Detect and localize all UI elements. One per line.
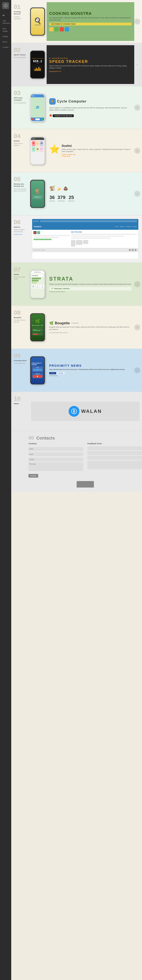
name-field[interactable] <box>29 447 83 451</box>
strata-brand-sub: Personal Growth Brand <box>49 291 132 293</box>
strata-description: Strata is a personal growth brand design… <box>49 283 132 286</box>
phone-screen-7: STRATA MY GOALS 14 DAYS <box>31 271 44 298</box>
sidebar-item-contact[interactable]: Contact <box>1 45 10 49</box>
project-subtitle-9: Tuber Application <box>14 362 27 364</box>
strata-goals <box>32 278 44 283</box>
apple-icon-web: 🍎 <box>34 231 37 234</box>
strata-tagline-row: 🌱 PERSONAL GROWTH <box>49 287 132 291</box>
project-row-5: 05 Monkey See, Monkey Poo The most amazi… <box>11 172 142 215</box>
project-title-9: Proximity News <box>14 360 27 362</box>
contacts-header: 00 Contacts <box>29 435 142 441</box>
nav-4[interactable]: Contact <box>132 226 137 227</box>
project-row-1: 01 Cooking Monstra Cooking Application 🍳… <box>11 0 142 43</box>
speed-value: 058.2 <box>33 59 42 63</box>
subject-field[interactable] <box>29 458 83 461</box>
feedback-field-3 <box>87 456 142 460</box>
arrow-button-8[interactable]: › <box>134 324 140 330</box>
arrow-button-9[interactable]: › <box>134 368 140 373</box>
arrow-button-5[interactable]: › <box>134 191 140 197</box>
bougette-heading: Bougette <box>55 321 70 325</box>
main-bar-2 <box>71 235 124 237</box>
app-icon-4 <box>65 27 69 32</box>
sidebar-item-about[interactable]: About <box>1 40 10 44</box>
project-info-8: 08 Bougette Personal Finance Planner <box>11 306 29 348</box>
duelmi-description: Battle, practice, game, reward, discover… <box>62 148 132 153</box>
monkey-stat-ratings: 379 RATINGS <box>57 195 65 202</box>
bougette-panel: 🌿 Bougette 1.2★★★★ Bougette helps you ke… <box>47 308 134 347</box>
sidebar-item-ui[interactable]: User Interfaces <box>1 19 10 25</box>
bougette-bar-1: INCOME <box>32 328 43 332</box>
stat-ratings-label: RATINGS <box>57 200 65 202</box>
poo-icon: 💩 <box>63 186 68 191</box>
arrow-button-4[interactable]: › <box>134 148 140 154</box>
device-thumbnails <box>71 240 137 247</box>
phone-mockup-2: SPEEDTRACKER 058.2 km/h <box>30 51 45 79</box>
duelmi-paypal: PayPal & Apple Jack <box>62 154 132 155</box>
sidebar-item-web[interactable]: Web design <box>1 27 10 33</box>
dot-3 <box>37 221 39 222</box>
bougette-plant-icon: 🌿 <box>35 319 40 324</box>
website-header-6 <box>32 219 138 223</box>
local-tag: LOCAL <box>49 372 56 374</box>
sidebar-item-identity[interactable]: Identity <box>1 35 10 38</box>
project-title-3: GPS Cycle Computer <box>14 97 27 102</box>
strata-panel: STRATA Strata is a personal growth brand… <box>47 265 134 304</box>
footer-icons <box>46 249 137 251</box>
project-subtitle-1: Cooking Application <box>14 16 27 20</box>
website-body-6: 🍎 🤖 WE PROVIDE <box>32 230 138 248</box>
monkey-stat-levels: 36 LEVELS <box>49 195 55 202</box>
ipad-thumb <box>76 240 82 245</box>
project-number-10: 10 <box>14 396 27 402</box>
submit-button[interactable]: Submit <box>29 474 38 477</box>
cycle-panel: 🚴 Cycle Computer Cycle Computer is a ful… <box>47 88 134 127</box>
dot-1 <box>34 221 34 222</box>
footer-icon-2 <box>132 249 134 251</box>
sidebar-bar-1 <box>34 235 70 236</box>
project-row-9: 09 Proximity News Tuber Application PROX… <box>11 349 142 392</box>
phone-mockup-7: STRATA MY GOALS 14 DAYS <box>30 270 45 298</box>
email-field[interactable] <box>29 452 83 456</box>
bougette-leaf-icon: 🌿 <box>49 321 53 325</box>
speed-panel: ● speedtracker SPEED TRACKER Speed Track… <box>47 45 134 84</box>
phone-screen-5: 🐒 LEVEL 12 <box>31 180 44 207</box>
project-number-5: 05 <box>14 176 27 182</box>
appstore-button[interactable]: Available on the App Store <box>53 115 74 117</box>
app-icons <box>49 27 132 32</box>
project-info-3: 03 GPS Cycle Computer iPhone Application <box>11 86 29 129</box>
bougette-tagline: by Héliotrope® type system <box>49 332 132 333</box>
project-row-3: 03 GPS Cycle Computer iPhone Application… <box>11 86 142 129</box>
main-bar-3 <box>71 237 111 239</box>
apple-icon: 🍎 <box>49 114 52 116</box>
speed-description: Speed Tracker uses your iPhone's built-i… <box>49 65 132 69</box>
proximity-find: FIND 🔍 <box>32 366 43 372</box>
project-number-6: 06 <box>14 219 27 225</box>
phone-screen-8: 🌿 BOUGETTE INCOME EXPENSE <box>31 314 44 340</box>
proximity-report: REPORT 📝 <box>32 373 43 379</box>
proximity-sub: HYPERLOCAL <box>49 375 132 376</box>
walan-swirl-icon <box>71 408 77 415</box>
project-info-2: 02 Speed Tracker iPhone Application <box>11 43 29 86</box>
bougette-description: Bougette helps you keep track of your bu… <box>49 326 132 331</box>
contacts-col-2: Feedback Form <box>87 442 142 477</box>
project-title-6: Mobexs <box>14 226 27 228</box>
nav-1[interactable]: Home <box>115 226 118 227</box>
arrow-button-3[interactable]: › <box>134 105 140 111</box>
stat-levels-label: LEVELS <box>49 200 55 202</box>
speed-brand: ● speedtracker <box>49 57 132 59</box>
message-field[interactable] <box>29 462 83 471</box>
arrow-button-7[interactable]: › <box>134 281 140 287</box>
stat-ratings-num: 379 <box>57 195 65 200</box>
project-row-10: 10 Walan WALAN <box>11 392 142 431</box>
walan-logo: WALAN <box>69 406 102 417</box>
expense-bar <box>33 334 39 335</box>
strata-heading: STRATA <box>49 276 132 282</box>
nav-2[interactable]: Services <box>120 226 125 227</box>
project-info-4: 04 Duelmi Social Game Platform <box>11 129 29 172</box>
nav-3[interactable]: Portfolio <box>126 226 131 227</box>
arrow-button-1[interactable]: › <box>134 19 140 25</box>
app-icon-3 <box>60 27 64 32</box>
arrow-button-2[interactable]: › <box>134 62 140 68</box>
global-tag: GLOBAL <box>57 372 65 374</box>
sidebar-item-all[interactable]: All <box>1 13 10 18</box>
phone-mockup-1: 🍳 COOKING <box>30 8 45 35</box>
